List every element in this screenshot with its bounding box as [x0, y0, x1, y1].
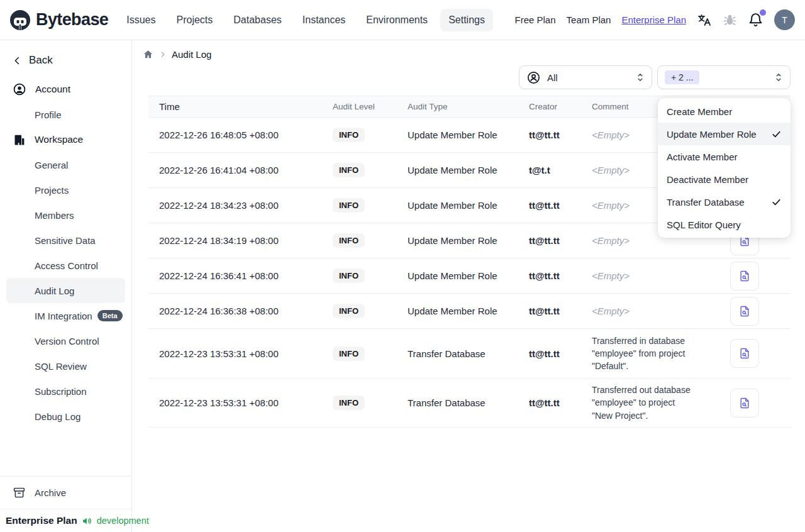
- cell-creator: tt@tt.tt: [529, 130, 592, 140]
- audit-level-badge: INFO: [333, 346, 365, 361]
- building-icon: [13, 133, 26, 147]
- audit-level-badge: INFO: [333, 198, 365, 213]
- back-label: Back: [29, 54, 53, 67]
- team-plan-link[interactable]: Team Plan: [567, 14, 611, 25]
- nav-environments[interactable]: Environments: [358, 9, 436, 31]
- notification-dot: [760, 9, 766, 16]
- person-circle-icon: [526, 70, 541, 85]
- creator-filter-select[interactable]: All: [519, 65, 652, 89]
- audit-level-badge: INFO: [333, 233, 365, 248]
- cell-time: 2022-12-26 16:41:04 +08:00: [148, 165, 333, 175]
- menu-item-deactivate-member[interactable]: Deactivate Member: [658, 168, 791, 191]
- bytebase-logo[interactable]: Bytebase: [9, 9, 108, 31]
- sidebar-item-general[interactable]: General: [0, 152, 131, 177]
- bytebase-logo-icon: [9, 9, 31, 31]
- view-payload-button[interactable]: [730, 339, 759, 368]
- sidebar-item-audit-log[interactable]: Audit Log: [6, 278, 125, 303]
- audit-log-page: Audit Log All + 2 .: [132, 40, 805, 532]
- user-avatar[interactable]: T: [774, 9, 795, 30]
- audit-level-badge: INFO: [333, 396, 365, 410]
- menu-item-sql-editor-query[interactable]: SQL Editor Query: [658, 213, 791, 236]
- home-icon[interactable]: [143, 49, 153, 60]
- cell-audit-type: Transfer Database: [408, 348, 529, 359]
- nav-databases[interactable]: Databases: [225, 9, 290, 31]
- free-plan-link[interactable]: Free Plan: [515, 14, 556, 25]
- sidebar-item-subscription[interactable]: Subscription: [0, 379, 131, 404]
- cell-creator: tt@tt.tt: [529, 397, 592, 408]
- cell-comment: <Empty>: [592, 304, 698, 318]
- sidebar-section-account[interactable]: Account: [0, 77, 131, 102]
- enterprise-plan-link[interactable]: Enterprise Plan: [621, 14, 686, 25]
- menu-item-transfer-database[interactable]: Transfer Database: [658, 191, 791, 213]
- account-section-label: Account: [35, 84, 70, 95]
- sidebar-spacer: [0, 429, 131, 476]
- check-icon: [771, 129, 782, 140]
- cell-creator: t@t.t: [529, 165, 592, 175]
- menu-item-activate-member[interactable]: Activate Member: [658, 145, 791, 168]
- sidebar-item-debug-log[interactable]: Debug Log: [0, 404, 131, 429]
- speaker-icon: [82, 516, 92, 526]
- cell-audit-type: Update Member Role: [408, 306, 529, 316]
- view-payload-button[interactable]: [730, 297, 759, 326]
- sidebar-item-profile[interactable]: Profile: [0, 102, 131, 127]
- view-payload-button[interactable]: [730, 262, 759, 291]
- nav-settings[interactable]: Settings: [440, 9, 493, 31]
- sidebar-item-members[interactable]: Members: [0, 202, 131, 228]
- nav-projects[interactable]: Projects: [169, 9, 221, 31]
- cell-comment: Transferred in database "employee" from …: [592, 335, 698, 373]
- brand-name: Bytebase: [36, 10, 108, 30]
- cell-audit-type: Update Member Role: [408, 235, 529, 246]
- cell-time: 2022-12-24 18:34:23 +08:00: [148, 200, 333, 211]
- chevron-left-icon: [13, 56, 22, 65]
- nav-instances[interactable]: Instances: [294, 9, 353, 31]
- cell-creator: tt@tt.tt: [529, 270, 592, 281]
- current-plan-label: Enterprise Plan: [6, 515, 77, 526]
- sidebar-item-projects[interactable]: Projects: [0, 177, 131, 202]
- cell-audit-type: Update Member Role: [408, 200, 529, 211]
- cell-time: 2022-12-23 13:53:31 +08:00: [148, 397, 333, 408]
- menu-item-label: Activate Member: [667, 152, 738, 162]
- menu-item-update-member-role[interactable]: Update Member Role: [658, 123, 791, 145]
- menu-item-label: Deactivate Member: [667, 174, 748, 185]
- beta-badge: Beta: [97, 310, 123, 321]
- top-navigation: Issues Projects Databases Instances Envi…: [118, 9, 493, 31]
- menu-item-label: Transfer Database: [667, 197, 745, 208]
- audit-level-badge: INFO: [333, 269, 365, 283]
- cell-time: 2022-12-23 13:53:31 +08:00: [148, 348, 333, 359]
- sidebar-item-version-control[interactable]: Version Control: [0, 328, 131, 353]
- im-integration-label: IM Integration: [35, 311, 92, 321]
- translate-icon[interactable]: [697, 13, 712, 28]
- archive-button[interactable]: Archive: [0, 476, 131, 509]
- sidebar-section-workspace[interactable]: Workspace: [0, 127, 131, 152]
- select-chevrons-icon: [774, 72, 783, 82]
- cell-audit-type: Transfer Database: [408, 397, 529, 408]
- menu-item-create-member[interactable]: Create Member: [658, 100, 791, 123]
- cell-audit-type: Update Member Role: [408, 165, 529, 175]
- table-row: 2022-12-24 16:36:38 +08:00 INFO Update M…: [148, 293, 791, 328]
- menu-item-label: Create Member: [667, 106, 732, 117]
- sidebar-item-access-control[interactable]: Access Control: [0, 253, 131, 278]
- audit-type-filter-select[interactable]: + 2 ...: [657, 65, 791, 89]
- view-payload-button[interactable]: [730, 389, 759, 418]
- sidebar-item-sensitive-data[interactable]: Sensitive Data: [0, 228, 131, 253]
- audit-type-filter-tag: + 2 ...: [665, 70, 699, 84]
- nav-issues[interactable]: Issues: [118, 9, 164, 31]
- sidebar-item-im-integration[interactable]: IM Integration Beta: [0, 303, 131, 328]
- cell-creator: tt@tt.tt: [529, 348, 592, 359]
- col-creator: Creator: [529, 102, 592, 111]
- settings-sidebar: Back Account Profile Workspace General P…: [0, 40, 132, 532]
- check-icon: [771, 197, 782, 208]
- archive-label: Archive: [35, 487, 66, 498]
- bug-report-icon[interactable]: [723, 13, 737, 27]
- cell-creator: tt@tt.tt: [529, 306, 592, 316]
- user-circle-icon: [13, 82, 26, 96]
- audit-type-dropdown-menu: Create Member Update Member Role Activat…: [658, 98, 791, 238]
- audit-level-badge: INFO: [333, 304, 365, 318]
- notifications-bell-icon[interactable]: [748, 12, 763, 28]
- cell-time: 2022-12-24 16:36:38 +08:00: [148, 306, 333, 316]
- back-button[interactable]: Back: [0, 50, 131, 77]
- audit-level-badge: INFO: [333, 128, 365, 142]
- sidebar-item-sql-review[interactable]: SQL Review: [0, 353, 131, 379]
- col-time: Time: [148, 101, 333, 112]
- breadcrumb: Audit Log: [143, 40, 791, 60]
